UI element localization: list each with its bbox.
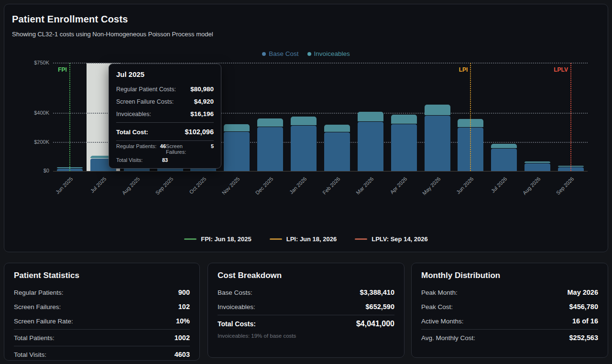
x-axis-tick-label: Oct 2025 <box>176 176 208 207</box>
lplv-line-icon <box>355 238 367 240</box>
bar-base-segment[interactable] <box>324 132 350 171</box>
y-axis-tick-label: $200K <box>26 139 49 145</box>
tooltip-divider <box>116 122 214 123</box>
card-title: Patient Statistics <box>14 271 190 280</box>
fpi-marker-line <box>69 63 70 171</box>
bar-base-segment[interactable] <box>525 163 550 171</box>
stat-row: Screen Failure Rate:10% <box>14 314 190 328</box>
invoiceables-footnote: Invoiceables: 19% of base costs <box>218 333 394 339</box>
divider <box>218 315 394 315</box>
lpi-marker-label: LPI <box>440 66 468 73</box>
bar-invoiceables-segment[interactable] <box>525 161 550 163</box>
x-axis-tick-label: Mar 2026 <box>343 176 374 207</box>
bar-invoiceables-segment[interactable] <box>257 118 283 127</box>
x-axis-tick-label: Apr 2026 <box>377 176 408 207</box>
chart-tooltip: Jul 2025 Regular Patient Costs:$80,980 S… <box>109 64 221 169</box>
lplv-marker-label: LPLV <box>540 66 568 73</box>
tooltip-row-value: $16,196 <box>190 110 214 118</box>
bar-base-segment[interactable] <box>391 124 417 171</box>
stat-row: Peak Month:May 2026 <box>421 285 598 300</box>
x-axis-tick-label: Jul 2025 <box>76 176 107 207</box>
x-axis-tick-label: Sep 2025 <box>143 176 174 207</box>
x-axis-tick-label: Jan 2026 <box>276 176 307 207</box>
x-axis-tick-label: Jul 2026 <box>477 176 508 207</box>
y-axis-tick-label: $750K <box>26 60 49 65</box>
tooltip-total-row: Total Cost:$102,096 <box>116 125 214 138</box>
tooltip-divider <box>116 140 214 141</box>
stat-row: Regular Patients:900 <box>14 285 190 300</box>
bar-base-segment[interactable] <box>257 127 283 171</box>
bar-invoiceables-segment[interactable] <box>224 124 250 131</box>
milestone-legend: FPI: Jun 18, 2025 LPI: Jun 18, 2026 LPLV… <box>4 236 608 243</box>
bar-base-segment[interactable] <box>425 116 450 171</box>
tooltip-row-label: Screen Failure Costs: <box>116 98 174 105</box>
stat-row: Active Months:16 of 16 <box>421 314 598 328</box>
monthly-distribution-card: Monthly Distribution Peak Month:May 2026… <box>411 263 608 358</box>
divider <box>14 346 190 346</box>
lpi-marker-line <box>470 63 471 171</box>
cost-breakdown-card: Cost Breakdown Base Costs:$3,388,410 Inv… <box>208 263 404 358</box>
bar-base-segment[interactable] <box>291 126 317 171</box>
lpi-line-icon <box>270 238 282 240</box>
x-axis-tick-label: Nov 2025 <box>210 176 241 207</box>
x-axis-tick-label: Dec 2025 <box>243 176 274 207</box>
bar-invoiceables-segment[interactable] <box>491 144 517 148</box>
tooltip-month-title: Jul 2025 <box>116 70 214 78</box>
bar-invoiceables-segment[interactable] <box>391 115 417 124</box>
x-axis-tick-label: Aug 2026 <box>511 176 542 207</box>
bar-invoiceables-segment[interactable] <box>291 117 317 125</box>
tooltip-row-value: $4,920 <box>194 98 214 105</box>
legend-item-lplv: LPLV: Sep 14, 2026 <box>355 236 428 243</box>
stat-row: Peak Cost:$456,780 <box>421 300 598 314</box>
tooltip-row-label: Invoiceables: <box>116 111 151 118</box>
fpi-line-icon <box>184 238 197 240</box>
bar-invoiceables-segment[interactable] <box>425 105 450 115</box>
x-axis-tick-label: Feb 2026 <box>310 176 341 207</box>
total-costs-row: Total Costs:$4,041,000 <box>218 316 394 332</box>
enrollment-chart: $750K$400K$200K$0Jun 2025Jul 2025Aug 202… <box>4 4 608 252</box>
x-axis-tick-label: Sep 2026 <box>544 176 575 207</box>
tooltip-row-label: Regular Patient Costs: <box>116 86 176 93</box>
bar-invoiceables-segment[interactable] <box>324 125 350 132</box>
fpi-marker-label: FPI <box>39 66 67 73</box>
lplv-marker-line <box>570 63 571 171</box>
y-axis-tick-label: $0 <box>26 168 49 173</box>
bar-base-segment[interactable] <box>224 132 250 171</box>
card-title: Cost Breakdown <box>218 271 394 280</box>
stat-row: Total Visits:4603 <box>14 347 190 362</box>
card-title: Monthly Distribution <box>421 271 598 280</box>
x-axis-tick-label: Aug 2025 <box>109 176 141 207</box>
legend-item-fpi: FPI: Jun 18, 2025 <box>184 236 251 243</box>
stat-row: Avg. Monthly Cost:$252,563 <box>421 331 598 345</box>
stat-row: Base Costs:$3,388,410 <box>218 285 394 300</box>
y-axis-tick-label: $400K <box>26 110 49 116</box>
tooltip-row-value: $80,980 <box>190 86 214 93</box>
x-axis-tick-label: Jun 2025 <box>43 176 74 207</box>
tooltip-patient-stats: Regular Patients:46 Screen Failures:5 To… <box>116 143 214 163</box>
stat-row: Screen Failures:102 <box>14 300 190 314</box>
x-axis-tick-label: Jun 2026 <box>444 176 475 207</box>
enrollment-costs-card: Patient Enrollment Costs Showing CL32-1 … <box>4 4 608 252</box>
divider <box>421 329 598 330</box>
legend-item-lpi: LPI: Jun 18, 2026 <box>270 236 337 243</box>
patient-statistics-card: Patient Statistics Regular Patients:900 … <box>4 263 200 361</box>
x-axis-tick-label: May 2026 <box>410 176 441 207</box>
bar-base-segment[interactable] <box>358 122 383 171</box>
x-axis-line <box>53 171 588 171</box>
bar-base-segment[interactable] <box>491 149 517 171</box>
stat-row: Total Patients:1002 <box>14 331 190 345</box>
divider <box>14 329 190 330</box>
bar-invoiceables-segment[interactable] <box>358 112 383 121</box>
stat-row: Invoiceables:$652,590 <box>218 300 394 314</box>
